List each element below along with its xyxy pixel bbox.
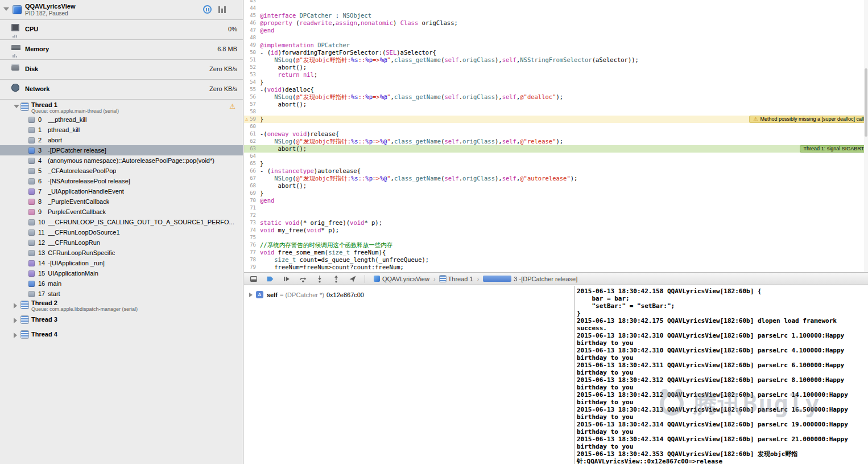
code-line[interactable]: 76//系统内存警告的时候调用这个函数释放一些内存 — [244, 241, 868, 249]
disclosure-triangle-icon[interactable] — [249, 293, 253, 297]
stack-frame[interactable]: 3-[DPCatcher release] — [0, 145, 243, 155]
line-number[interactable]: 69 — [244, 190, 260, 197]
line-number[interactable]: 52 — [244, 64, 260, 71]
warning-icon[interactable]: ⚠ — [245, 116, 248, 123]
line-number[interactable]: 58 — [244, 108, 260, 116]
breadcrumb-frame[interactable]: 3 -[DPCatcher release] — [483, 276, 577, 282]
step-into-button[interactable] — [315, 274, 324, 284]
thread-3-row[interactable]: Thread 3 — [0, 313, 243, 327]
stack-frame[interactable]: 4(anonymous namespace)::AutoreleasePoolP… — [0, 155, 243, 166]
disclosure-triangle-icon[interactable] — [14, 332, 17, 338]
line-number[interactable]: 64 — [244, 153, 260, 160]
thread-1-row[interactable]: Thread 1 Queue: com.apple.main-thread (s… — [0, 101, 243, 114]
line-number[interactable]: 65 — [244, 160, 260, 167]
console-output[interactable]: 2015-06-13 18:30:42.158 QQAVLyricsView[1… — [574, 286, 868, 464]
line-number[interactable]: 47 — [244, 27, 260, 34]
code-line[interactable]: 78 size_t count=ds_queue_length(_unfreeQ… — [244, 256, 868, 264]
editor-scrollbar[interactable] — [864, 0, 868, 272]
code-line[interactable]: 73static void(* orig_free)(void* p); — [244, 219, 868, 227]
debug-pause-icon[interactable] — [203, 5, 212, 14]
code-line[interactable]: 67 NSLog(@"发现objc野指针:%s::%p=>%@",class_g… — [244, 175, 868, 182]
stack-frame[interactable]: 15UIApplicationMain — [0, 268, 243, 278]
code-line[interactable]: 51 NSLog(@"发现objc野指针:%s::%p=>%@",class_g… — [244, 56, 868, 64]
disclosure-triangle-icon[interactable] — [14, 105, 19, 108]
code-line[interactable]: 57 abort(); — [244, 101, 868, 108]
thread-2-row[interactable]: Thread 2 Queue: com.apple.libdispatch-ma… — [0, 299, 243, 313]
stack-frame[interactable]: 8_PurpleEventCallback — [0, 196, 243, 207]
line-number[interactable]: 54 — [244, 79, 260, 86]
code-line[interactable]: 71 — [244, 204, 868, 212]
stack-frame[interactable]: 2abort — [0, 135, 243, 145]
line-number[interactable]: 79 — [244, 264, 260, 271]
breadcrumb-thread[interactable]: Thread 1 — [440, 276, 473, 282]
stack-frame[interactable]: 5_CFAutoreleasePoolPop — [0, 166, 243, 176]
gauge-row-network[interactable]: Network Zero KB/s — [0, 80, 243, 100]
line-number[interactable]: 70 — [244, 197, 260, 204]
code-line[interactable]: 72 — [244, 212, 868, 219]
line-number[interactable]: 56 — [244, 93, 260, 101]
location-button[interactable] — [348, 274, 357, 284]
line-number[interactable]: 75 — [244, 234, 260, 241]
gauge-row-cpu[interactable]: CPU 0% — [0, 20, 243, 40]
disclosure-triangle-icon[interactable] — [14, 303, 17, 309]
line-number[interactable]: 55 — [244, 86, 260, 93]
stack-frame[interactable]: 14-[UIApplication _run] — [0, 258, 243, 268]
line-number[interactable]: 44 — [244, 5, 260, 12]
code-line[interactable]: 65} — [244, 160, 868, 167]
step-out-button[interactable] — [332, 274, 341, 284]
stack-frame[interactable]: 6-[NSAutoreleasePool release] — [0, 176, 243, 186]
disclosure-triangle-icon[interactable] — [14, 318, 17, 323]
line-number[interactable]: 71 — [244, 204, 260, 212]
code-line[interactable]: 47@end — [244, 27, 868, 34]
line-number[interactable]: 66 — [244, 167, 260, 175]
code-line[interactable]: 77void free_some_mem(size_t freeNum){ — [244, 249, 868, 256]
code-line[interactable]: 79 freeNum=freeNum>count?count:freeNum; — [244, 264, 868, 271]
code-line[interactable]: 55-(void)dealloc{ — [244, 86, 868, 93]
line-number[interactable]: 72 — [244, 212, 260, 219]
line-number[interactable]: 45 — [244, 12, 260, 19]
code-line[interactable]: 74void my_free(void* p); — [244, 227, 868, 234]
breakpoints-toggle-button[interactable] — [266, 274, 275, 284]
source-editor[interactable]: 434445@interface DPCatcher : NSObject46@… — [244, 0, 868, 272]
code-line[interactable]: 61-(oneway void)release{ — [244, 130, 868, 138]
code-line[interactable]: 70@end — [244, 197, 868, 204]
line-number[interactable]: 63 — [244, 145, 260, 153]
code-line[interactable]: 44 — [244, 5, 868, 12]
continue-button[interactable] — [282, 274, 291, 284]
line-number[interactable]: 74 — [244, 227, 260, 234]
stack-frame[interactable]: 12__CFRunLoopRun — [0, 237, 243, 248]
line-number[interactable]: 57 — [244, 101, 260, 108]
line-number[interactable]: 60 — [244, 123, 260, 130]
breadcrumb-process[interactable]: QQAVLyricsView — [374, 276, 429, 282]
line-number[interactable]: 43 — [244, 0, 260, 5]
process-row[interactable]: QQAVLyricsView PID 182, Paused — [0, 0, 243, 20]
code-line[interactable]: 58 — [244, 108, 868, 116]
code-line[interactable]: 53 return nil; — [244, 71, 868, 79]
code-line[interactable]: 45@interface DPCatcher : NSObject — [244, 12, 868, 19]
line-number[interactable]: 51 — [244, 56, 260, 64]
thread-4-row[interactable]: Thread 4 — [0, 327, 243, 342]
line-number[interactable]: 61 — [244, 130, 260, 138]
stack-frame[interactable]: 11__CFRunLoopDoSource1 — [0, 227, 243, 237]
code-line[interactable]: 46@property (readwrite,assign,nonatomic)… — [244, 19, 868, 27]
stack-frame[interactable]: 17start — [0, 289, 243, 299]
stack-frame[interactable]: 9PurpleEventCallback — [0, 207, 243, 217]
stack-frame[interactable]: 13CFRunLoopRunSpecific — [0, 248, 243, 258]
line-number[interactable]: 67 — [244, 175, 260, 182]
code-line[interactable]: 54} — [244, 79, 868, 86]
code-line[interactable]: 48 — [244, 34, 868, 42]
code-line[interactable]: 56 NSLog(@"发现objc野指针:%s::%p=>%@",class_g… — [244, 93, 868, 101]
memory-gauge-icon[interactable] — [218, 6, 227, 13]
code-line[interactable]: 49@implementation DPCatcher — [244, 42, 868, 49]
line-number[interactable]: 77 — [244, 249, 260, 256]
line-number[interactable]: 53 — [244, 71, 260, 79]
disclosure-triangle-icon[interactable] — [3, 7, 9, 11]
gauge-row-memory[interactable]: Memory 6.8 MB — [0, 40, 243, 60]
stack-frame[interactable]: 7_UIApplicationHandleEvent — [0, 186, 243, 196]
line-number[interactable]: 76 — [244, 241, 260, 249]
variable-row[interactable]: A self = (DPCatcher *) 0x12e867c00 — [244, 286, 573, 298]
stack-frame[interactable]: 16main — [0, 278, 243, 289]
stack-frame[interactable]: 1pthread_kill — [0, 125, 243, 135]
warning-annotation[interactable]: ⚠Method possibly missing a [super deallo… — [749, 116, 868, 123]
toggle-debug-area-button[interactable] — [249, 274, 258, 284]
